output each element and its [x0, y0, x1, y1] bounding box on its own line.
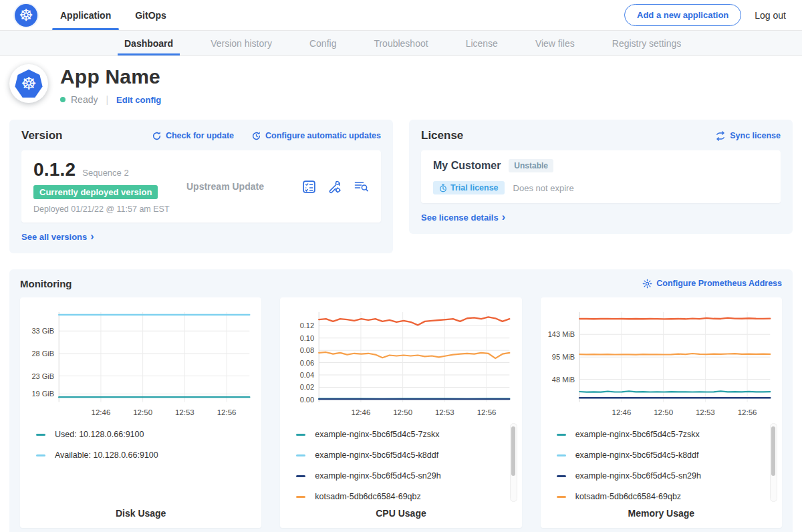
memory-usage-chart: 48 MiB95 MiB143 MiB12:4612:5012:5312:56: [547, 305, 775, 421]
series-color-dash-icon: [36, 434, 45, 436]
cpu-usage-chart: 0.000.020.040.060.080.100.1212:4612:5012…: [287, 305, 515, 421]
svg-text:12:56: 12:56: [477, 408, 497, 416]
topnav-tab[interactable]: GitOps: [135, 0, 166, 30]
subnav-tab[interactable]: Registry settings: [612, 31, 681, 55]
legend-scrollbar[interactable]: [770, 423, 777, 502]
subnav-tab[interactable]: Dashboard: [124, 31, 173, 55]
svg-text:95 MiB: 95 MiB: [551, 353, 574, 361]
cards-row: Version Check for update Configure autom…: [0, 116, 802, 253]
legend-item[interactable]: example-nginx-5bc6f5d4c5-7zskx: [296, 430, 515, 439]
chart-title: Memory Usage: [547, 501, 775, 519]
legend-item[interactable]: example-nginx-5bc6f5d4c5-7zskx: [557, 430, 775, 439]
license-card: License Sync license My Customer Unstabl…: [409, 120, 793, 234]
series-color-dash-icon: [296, 434, 305, 436]
svg-text:0.02: 0.02: [300, 383, 314, 391]
configure-prometheus-link[interactable]: Configure Prometheus Address: [642, 279, 782, 289]
edit-config-link[interactable]: Edit config: [116, 95, 161, 105]
sync-license-label: Sync license: [730, 131, 781, 140]
clock-refresh-icon: [251, 131, 261, 141]
check-for-update-link[interactable]: Check for update: [152, 131, 234, 141]
svg-text:0.12: 0.12: [300, 321, 314, 329]
scrollbar-thumb[interactable]: [771, 426, 775, 476]
legend-label: kotsadm-5db6dc6584-69qbz: [575, 492, 681, 501]
see-all-versions-label: See all versions: [21, 232, 87, 242]
view-logs-icon[interactable]: [354, 180, 369, 193]
trial-license-badge: Trial license: [433, 181, 505, 194]
current-version-card: 0.1.2 Sequence 2 Currently deployed vers…: [21, 150, 381, 223]
legend-item[interactable]: example-nginx-5bc6f5d4c5-sn29h: [296, 471, 515, 481]
deployed-status-badge: Currently deployed version: [33, 185, 158, 199]
kubernetes-logo-icon[interactable]: ☸: [15, 4, 37, 27]
add-application-button[interactable]: Add a new application: [624, 4, 741, 26]
legend-item[interactable]: Used: 10.128.0.66:9100: [36, 430, 255, 439]
svg-text:12:50: 12:50: [394, 408, 413, 416]
app-icon: ☸: [9, 64, 48, 103]
svg-text:0.06: 0.06: [300, 358, 314, 366]
cpu-usage-card: 0.000.020.040.060.080.100.1212:4612:5012…: [280, 297, 521, 528]
config-wrench-icon[interactable]: [327, 180, 342, 194]
svg-text:12:50: 12:50: [654, 408, 673, 416]
svg-text:12:53: 12:53: [435, 408, 454, 416]
series-color-dash-icon: [296, 454, 305, 456]
legend-item[interactable]: Available: 10.128.0.66:9100: [36, 450, 255, 460]
series-color-dash-icon: [557, 434, 566, 436]
subnav-tab[interactable]: License: [466, 31, 498, 55]
svg-text:0.04: 0.04: [300, 371, 314, 379]
trial-license-label: Trial license: [450, 183, 499, 192]
license-heading: License: [421, 129, 463, 142]
legend-item[interactable]: example-nginx-5bc6f5d4c5-sn29h: [557, 471, 775, 481]
app-sub-navigation: DashboardVersion historyConfigTroublesho…: [0, 30, 802, 56]
legend-label: example-nginx-5bc6f5d4c5-k8ddf: [575, 450, 699, 460]
logout-button[interactable]: Log out: [755, 10, 786, 21]
disk-usage-card: 19 GiB23 GiB28 GiB33 GiB12:4612:5012:531…: [20, 297, 261, 528]
legend-label: example-nginx-5bc6f5d4c5-7zskx: [315, 430, 439, 439]
channel-badge: Unstable: [509, 159, 553, 172]
page-title: App Name: [60, 65, 161, 88]
svg-text:12:53: 12:53: [696, 408, 715, 416]
see-license-details-label: See license details: [421, 213, 499, 223]
legend-item[interactable]: example-nginx-5bc6f5d4c5-k8ddf: [557, 450, 775, 460]
top-navigation: ☸ ApplicationGitOps Add a new applicatio…: [0, 0, 802, 30]
see-license-details-link[interactable]: See license details ›: [421, 212, 505, 223]
svg-text:12:50: 12:50: [133, 408, 152, 416]
divider: |: [106, 94, 108, 105]
version-source-label: Upstream Update: [184, 181, 302, 192]
check-for-update-label: Check for update: [166, 131, 234, 140]
legend-label: Used: 10.128.0.66:9100: [55, 430, 144, 439]
legend-label: kotsadm-5db6dc6584-69qbz: [315, 492, 420, 501]
configure-automatic-updates-link[interactable]: Configure automatic updates: [251, 131, 381, 141]
subnav-tab[interactable]: Config: [309, 31, 336, 55]
subnav-tab[interactable]: Version history: [211, 31, 272, 55]
version-heading: Version: [21, 129, 62, 142]
version-sequence: Sequence 2: [82, 168, 128, 178]
license-expiry: Does not expire: [513, 183, 574, 193]
legend-item[interactable]: example-nginx-5bc6f5d4c5-k8ddf: [296, 450, 515, 460]
legend-scrollbar[interactable]: [510, 423, 517, 502]
series-color-dash-icon: [36, 454, 45, 456]
sync-license-link[interactable]: Sync license: [715, 131, 781, 141]
status-text: Ready: [71, 94, 98, 105]
legend-item[interactable]: kotsadm-5db6dc6584-69qbz: [296, 492, 515, 501]
deployed-timestamp: Deployed 01/21/22 @ 11:57 am EST: [33, 205, 184, 214]
legend-label: example-nginx-5bc6f5d4c5-7zskx: [575, 430, 700, 439]
preflight-checks-icon[interactable]: [302, 180, 316, 194]
cpu-usage-legend: example-nginx-5bc6f5d4c5-7zskx example-n…: [296, 430, 515, 501]
customer-name: My Customer: [433, 160, 501, 172]
svg-text:28 GiB: 28 GiB: [31, 349, 54, 357]
series-color-dash-icon: [557, 496, 566, 498]
legend-item[interactable]: kotsadm-5db6dc6584-69qbz: [557, 492, 775, 501]
svg-text:12:46: 12:46: [91, 408, 110, 416]
memory-usage-legend: example-nginx-5bc6f5d4c5-7zskx example-n…: [557, 430, 775, 501]
topnav-tab[interactable]: Application: [60, 0, 111, 30]
monitoring-panel: Monitoring Configure Prometheus Address …: [9, 269, 793, 532]
app-header: ☸ App Name Ready | Edit config: [0, 56, 802, 116]
subnav-tab[interactable]: Troubleshoot: [374, 31, 428, 55]
scrollbar-thumb[interactable]: [511, 426, 515, 476]
svg-text:19 GiB: 19 GiB: [31, 390, 54, 398]
refresh-icon: [152, 131, 162, 141]
series-color-dash-icon: [557, 454, 566, 456]
svg-text:143 MiB: 143 MiB: [547, 330, 574, 338]
see-all-versions-link[interactable]: See all versions ›: [21, 231, 94, 242]
subnav-tab[interactable]: View files: [535, 31, 575, 55]
charts-row: 19 GiB23 GiB28 GiB33 GiB12:4612:5012:531…: [20, 297, 782, 528]
